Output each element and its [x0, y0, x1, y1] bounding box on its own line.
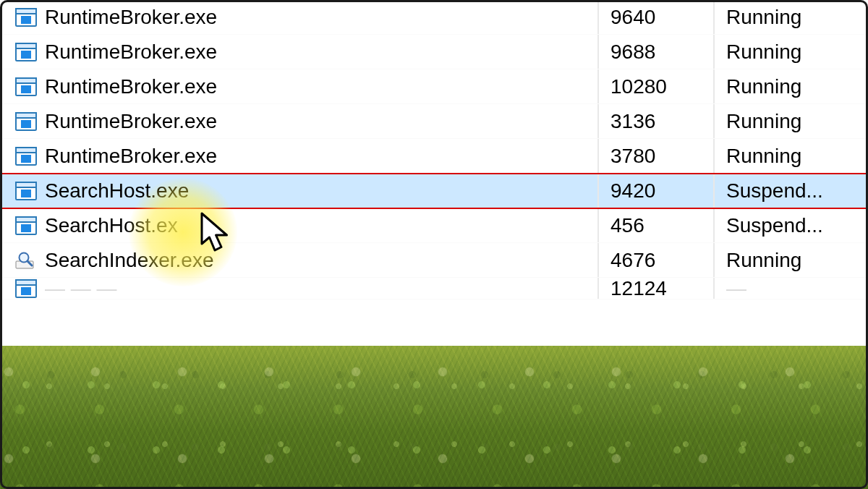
process-row[interactable]: SearchHost.exe9420Suspend... — [0, 174, 868, 208]
process-row[interactable]: RuntimeBroker.exe3136Running — [0, 104, 868, 139]
process-name: RuntimeBroker.exe — [45, 6, 217, 29]
cell-status[interactable]: — — [715, 278, 868, 299]
process-pid: 9420 — [610, 179, 655, 203]
cell-pid[interactable]: 4676 — [599, 243, 715, 277]
process-name: — — — — [45, 278, 117, 299]
svg-rect-7 — [16, 78, 36, 83]
svg-rect-13 — [16, 148, 36, 153]
cell-name[interactable]: RuntimeBroker.exe — [0, 104, 599, 138]
cell-name[interactable]: RuntimeBroker.exe — [0, 139, 599, 173]
svg-rect-25 — [16, 280, 36, 285]
application-icon — [14, 111, 38, 132]
cell-pid[interactable]: 456 — [599, 208, 715, 242]
process-status: Running — [726, 41, 801, 64]
search-indexer-icon — [14, 250, 38, 271]
application-icon — [14, 181, 38, 201]
svg-rect-16 — [16, 182, 36, 187]
process-pid: 456 — [610, 214, 644, 237]
process-name: SearchHost.exe — [45, 179, 189, 203]
process-row[interactable]: SearchHost.ex456Suspend... — [0, 208, 868, 243]
cell-name[interactable]: RuntimeBroker.exe — [0, 0, 599, 34]
application-icon — [14, 7, 38, 27]
process-row-partial[interactable]: — — —12124— — [0, 278, 868, 299]
cell-pid[interactable]: 9688 — [599, 35, 715, 69]
process-table[interactable]: RuntimeBroker.exe9640RunningRuntimeBroke… — [0, 0, 868, 299]
cell-pid[interactable]: 3136 — [599, 104, 715, 138]
application-icon — [14, 146, 38, 166]
cell-status[interactable]: Running — [715, 104, 868, 138]
process-status: — — [726, 278, 746, 299]
process-pid: 9640 — [610, 6, 655, 29]
application-icon — [14, 216, 38, 236]
svg-rect-2 — [21, 16, 31, 24]
cell-pid[interactable]: 10280 — [599, 69, 715, 103]
process-name: RuntimeBroker.exe — [45, 145, 217, 168]
svg-rect-26 — [21, 287, 31, 295]
cell-name[interactable]: RuntimeBroker.exe — [0, 69, 599, 103]
svg-rect-1 — [16, 9, 36, 14]
cell-pid[interactable]: 9640 — [599, 0, 715, 34]
cell-name[interactable]: — — — — [0, 278, 599, 299]
process-name: SearchHost.ex — [45, 214, 178, 237]
process-status: Running — [726, 145, 801, 168]
desktop-wallpaper — [0, 346, 868, 489]
cell-status[interactable]: Running — [715, 35, 868, 69]
cell-name[interactable]: SearchHost.exe — [0, 174, 599, 208]
process-name: RuntimeBroker.exe — [45, 75, 217, 98]
svg-rect-11 — [21, 120, 31, 128]
process-status: Running — [726, 110, 801, 133]
process-pid: 3136 — [610, 110, 655, 133]
process-name: SearchIndexer.exe — [45, 249, 214, 272]
cell-name[interactable]: RuntimeBroker.exe — [0, 35, 599, 69]
process-pid: 10280 — [610, 75, 667, 98]
process-status: Running — [726, 249, 801, 272]
process-name: RuntimeBroker.exe — [45, 110, 217, 133]
svg-rect-17 — [21, 190, 31, 197]
cell-status[interactable]: Running — [715, 69, 868, 103]
process-pid: 12124 — [610, 278, 667, 299]
process-pid: 4676 — [610, 249, 655, 272]
process-status: Running — [726, 6, 801, 29]
process-name: RuntimeBroker.exe — [45, 41, 217, 64]
process-row[interactable]: SearchIndexer.exe4676Running — [0, 243, 868, 278]
cell-pid[interactable]: 12124 — [599, 278, 715, 299]
application-icon — [14, 278, 38, 299]
cell-status[interactable]: Running — [715, 139, 868, 173]
process-status: Suspend... — [726, 179, 823, 203]
process-row[interactable]: RuntimeBroker.exe9640Running — [0, 0, 868, 35]
application-icon — [14, 77, 38, 97]
cell-status[interactable]: Suspend... — [715, 208, 868, 242]
svg-rect-5 — [21, 51, 31, 59]
process-pid: 9688 — [610, 41, 655, 64]
cell-status[interactable]: Running — [715, 243, 868, 277]
process-pid: 3780 — [610, 145, 655, 168]
cell-status[interactable]: Running — [715, 0, 868, 34]
svg-rect-19 — [16, 217, 36, 222]
cell-status[interactable]: Suspend... — [715, 174, 868, 208]
svg-rect-4 — [16, 43, 36, 48]
svg-rect-20 — [21, 224, 31, 232]
cell-name[interactable]: SearchHost.ex — [0, 208, 599, 242]
process-status: Running — [726, 75, 801, 98]
process-row[interactable]: RuntimeBroker.exe9688Running — [0, 35, 868, 69]
svg-rect-14 — [21, 155, 31, 163]
cell-pid[interactable]: 3780 — [599, 139, 715, 173]
cell-pid[interactable]: 9420 — [599, 174, 715, 208]
process-row[interactable]: RuntimeBroker.exe10280Running — [0, 69, 868, 104]
cell-name[interactable]: SearchIndexer.exe — [0, 243, 599, 277]
process-row[interactable]: RuntimeBroker.exe3780Running — [0, 139, 868, 174]
application-icon — [14, 42, 38, 62]
svg-rect-10 — [16, 113, 36, 118]
svg-rect-8 — [21, 85, 31, 93]
process-status: Suspend... — [726, 214, 823, 237]
